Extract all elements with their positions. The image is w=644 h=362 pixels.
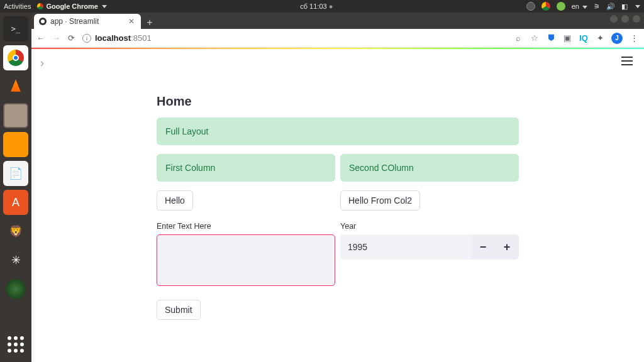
textarea-label: Enter Text Here: [157, 222, 335, 231]
tab-strip: app · Streamlit ✕ +: [31, 13, 644, 29]
tab-title: app · Streamlit: [50, 17, 99, 26]
forward-button: →: [52, 33, 60, 43]
battery-icon[interactable]: ◧: [621, 3, 628, 11]
hello-button[interactable]: Hello: [157, 190, 193, 211]
year-label: Year: [340, 222, 519, 231]
streamlit-menu-icon[interactable]: [621, 57, 633, 65]
volume-icon[interactable]: 🔊: [606, 3, 615, 11]
back-button[interactable]: ←: [36, 33, 45, 43]
window-minimize[interactable]: [610, 15, 618, 23]
chrome-window: app · Streamlit ✕ + ← → ⟳ i localhost:85…: [31, 13, 644, 362]
chevron-down-icon: [102, 5, 107, 8]
zoom-icon[interactable]: ⌕: [513, 33, 523, 43]
submit-button[interactable]: Submit: [157, 300, 201, 320]
window-maximize[interactable]: [621, 15, 629, 23]
year-increment-button[interactable]: +: [495, 234, 519, 260]
window-close[interactable]: [633, 15, 640, 23]
dock-writer[interactable]: 📄: [3, 161, 28, 186]
dock-apps-grid[interactable]: [3, 332, 28, 357]
active-app-indicator[interactable]: Google Chrome: [37, 3, 107, 10]
tray-icon[interactable]: [526, 2, 535, 11]
extension-icon[interactable]: ▣: [562, 33, 572, 43]
ubuntu-top-bar: Activities Google Chrome сб 11:03 ● en ⚞…: [0, 0, 644, 13]
year-input-field[interactable]: [340, 234, 471, 260]
site-info-icon[interactable]: i: [82, 34, 91, 43]
page-title: Home: [157, 94, 519, 109]
text-input[interactable]: [157, 234, 335, 286]
status-tray-icon[interactable]: [557, 2, 565, 11]
year-number-input: − +: [340, 234, 519, 260]
hello-col2-button[interactable]: Hello From Col2: [340, 190, 420, 211]
dock-paint[interactable]: ✳: [3, 248, 28, 273]
ubuntu-dock: 📄 A 🦁 ✳: [0, 13, 31, 362]
clock[interactable]: сб 11:03 ●: [300, 3, 333, 10]
success-col2: Second COlumn: [340, 154, 519, 182]
new-tab-button[interactable]: +: [143, 16, 156, 29]
chrome-menu-icon[interactable]: ⋮: [629, 33, 639, 43]
dock-brave[interactable]: 🦁: [3, 219, 28, 244]
close-tab-icon[interactable]: ✕: [128, 17, 135, 26]
browser-toolbar: ← → ⟳ i localhost:8501 ⌕ ☆ ⛊ ▣ IQ ✦ J ⋮: [31, 29, 644, 48]
dock-terminal[interactable]: [3, 16, 28, 41]
bookmark-icon[interactable]: ☆: [530, 33, 540, 43]
success-full-layout: Full Layout: [157, 118, 519, 145]
activities-button[interactable]: Activities: [4, 3, 31, 10]
language-indicator[interactable]: en: [572, 3, 587, 10]
chrome-tray-icon[interactable]: [541, 2, 550, 11]
open-sidebar-chevron-icon[interactable]: ›: [40, 57, 44, 70]
dock-files[interactable]: [3, 103, 28, 128]
address-bar[interactable]: i localhost:8501: [82, 33, 152, 43]
dock-sublime[interactable]: [3, 132, 28, 157]
system-tray[interactable]: en ⚞ 🔊 ◧: [526, 2, 640, 11]
streamlit-page: › Home Full Layout First Column Hello En…: [31, 49, 644, 362]
streamlit-favicon: [39, 18, 47, 25]
year-decrement-button[interactable]: −: [471, 234, 495, 260]
browser-tab[interactable]: app · Streamlit ✕: [34, 14, 141, 29]
extension-icon[interactable]: IQ: [579, 33, 589, 43]
dock-camera[interactable]: [3, 277, 28, 302]
profile-avatar[interactable]: J: [611, 33, 623, 44]
column-1: First Column Hello Enter Text Here Submi…: [157, 154, 335, 320]
reload-button[interactable]: ⟳: [68, 33, 75, 43]
extension-icon[interactable]: ⛊: [546, 33, 556, 43]
chrome-icon: [37, 3, 43, 9]
dock-chrome[interactable]: [3, 45, 28, 70]
chevron-down-icon: [582, 6, 587, 9]
wifi-icon[interactable]: ⚞: [594, 3, 600, 11]
dock-vlc[interactable]: [3, 74, 28, 99]
column-2: Second COlumn Hello From Col2 Year − +: [340, 154, 519, 320]
dock-software[interactable]: A: [3, 190, 28, 215]
extensions-puzzle-icon[interactable]: ✦: [595, 33, 605, 43]
chevron-down-icon: [635, 5, 640, 8]
success-col1: First Column: [157, 154, 335, 182]
